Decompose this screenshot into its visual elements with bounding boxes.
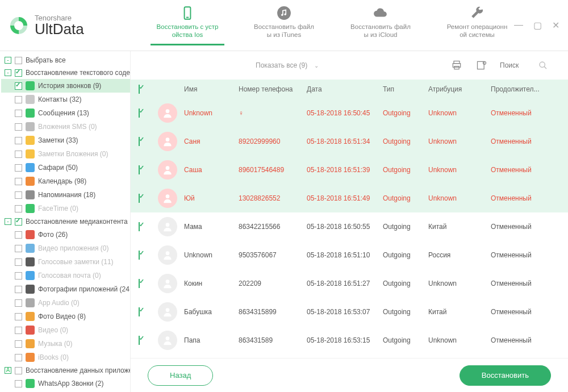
close-icon[interactable]: ✕ <box>552 20 559 31</box>
row-checkbox[interactable] <box>139 307 140 316</box>
row-checkbox[interactable] <box>139 222 140 231</box>
col-date[interactable]: Дата <box>307 85 383 93</box>
table-row[interactable]: Unknown♀05-18-2018 16:50:45OutgoingUnkno… <box>131 99 568 127</box>
checkbox[interactable] <box>15 123 22 131</box>
checkbox[interactable] <box>15 191 22 199</box>
print-icon[interactable] <box>450 59 463 72</box>
checkbox[interactable] <box>15 354 22 361</box>
row-checkbox[interactable] <box>139 251 140 260</box>
checkbox[interactable] <box>15 380 22 387</box>
sidebar-item: Голосовая почта (0) <box>1 269 130 282</box>
nav-tab-0[interactable]: Восстановить с устройства Ios <box>151 5 224 45</box>
sidebar-item[interactable]: AВосстановление данных приложений <box>1 364 130 377</box>
sidebar[interactable]: - Выбрать все -Восстановление текстового… <box>0 51 131 392</box>
select-all-checkbox[interactable] <box>15 57 22 64</box>
row-checkbox[interactable] <box>139 109 140 118</box>
checkbox[interactable] <box>15 272 22 280</box>
nav-tab-1[interactable]: Восстановить файлы из iTunes <box>247 5 321 45</box>
checkbox[interactable] <box>15 340 22 348</box>
row-checkbox[interactable] <box>139 194 140 203</box>
checkbox[interactable] <box>15 205 22 212</box>
sidebar-label: Видео (0) <box>38 326 68 334</box>
expand-icon[interactable]: A <box>5 367 11 374</box>
category-icon <box>26 379 35 388</box>
checkbox[interactable] <box>15 110 22 117</box>
sidebar-item[interactable]: Сообщения (13) <box>1 106 130 120</box>
sidebar-item: Заметки Вложения (0) <box>1 147 130 161</box>
checkbox[interactable] <box>15 151 22 158</box>
sidebar-item[interactable]: Контакты (32) <box>1 93 130 106</box>
table-row[interactable]: Саня8920299996005-18-2018 16:51:34Outgoi… <box>131 127 568 156</box>
checkbox[interactable] <box>15 286 22 293</box>
sidebar-item[interactable]: Напоминания (18) <box>1 188 130 202</box>
minimize-icon[interactable]: — <box>514 20 523 31</box>
sidebar-item[interactable]: -Восстановление медиаконтента <box>1 215 130 228</box>
col-phone[interactable]: Номер телефона <box>239 85 307 93</box>
col-type[interactable]: Тип <box>383 85 428 93</box>
checkbox[interactable] <box>15 258 22 266</box>
row-checkbox[interactable] <box>139 137 140 146</box>
checkbox[interactable] <box>15 245 22 252</box>
table-row[interactable]: Кокин20220905-18-2018 16:51:27OutgoingUn… <box>131 269 568 298</box>
category-icon <box>26 244 35 253</box>
checkbox[interactable] <box>15 82 22 90</box>
search-box[interactable] <box>500 61 557 70</box>
search-icon <box>538 61 548 70</box>
search-input[interactable] <box>500 61 534 69</box>
table-row[interactable]: Бабушка863431589905-18-2018 16:53:07Outg… <box>131 298 568 326</box>
expand-icon[interactable]: - <box>5 69 11 76</box>
nav-tab-2[interactable]: Восстановить файлы из iCloud <box>344 5 417 45</box>
checkbox[interactable] <box>15 231 22 239</box>
sidebar-item[interactable]: Сафари (50) <box>1 161 130 174</box>
checkbox[interactable] <box>15 96 22 103</box>
cell-dur: Отмененный <box>491 336 568 344</box>
phone-icon <box>179 5 195 21</box>
settings-icon[interactable] <box>475 59 488 72</box>
table-row[interactable]: Мама8634221556605-18-2018 16:50:55Outgoi… <box>131 212 568 241</box>
checkbox[interactable] <box>15 178 22 185</box>
sidebar-item[interactable]: -Восстановление текстового содержи <box>1 66 130 79</box>
checkbox[interactable] <box>15 327 22 334</box>
cell-phone: 86342215566 <box>239 223 307 231</box>
row-checkbox[interactable] <box>139 165 140 174</box>
expand-icon[interactable]: - <box>5 218 11 225</box>
table-header: Имя Номер телефона Дата Тип Атрибуция Пр… <box>131 80 568 99</box>
back-button[interactable]: Назад <box>148 365 213 386</box>
row-checkbox[interactable] <box>139 336 140 345</box>
checkbox[interactable] <box>15 164 22 172</box>
checkbox[interactable] <box>15 313 22 320</box>
filter-dropdown[interactable]: Показать все (9) ⌄ <box>256 61 319 69</box>
nav-tab-3[interactable]: Ремонт операционной системы <box>440 5 514 45</box>
checkbox[interactable] <box>15 218 22 226</box>
sidebar-item[interactable]: Заметки (33) <box>1 134 130 147</box>
table-row[interactable]: Папа86343158905-18-2018 16:53:15Outgoing… <box>131 326 568 355</box>
cell-dur: Отмененный <box>491 280 568 287</box>
col-name[interactable]: Имя <box>184 85 239 93</box>
col-dur[interactable]: Продолжител... <box>491 85 568 93</box>
checkbox[interactable] <box>15 69 22 77</box>
cloud-icon <box>373 5 389 21</box>
sidebar-item[interactable]: Фото Видео (8) <box>1 310 130 323</box>
sidebar-item[interactable]: WhatsApp Звонки (2) <box>1 377 130 390</box>
tab-label: Ремонт операционной системы <box>447 23 508 39</box>
sidebar-item[interactable]: Календарь (98) <box>1 174 130 188</box>
checkbox[interactable] <box>15 367 22 374</box>
sidebar-item[interactable]: Фотографии приложений (24 <box>1 282 130 296</box>
sidebar-label: Заметки Вложения (0) <box>38 150 108 158</box>
select-all-item[interactable]: - Выбрать все <box>1 54 130 66</box>
category-icon <box>26 230 35 239</box>
header-checkbox[interactable] <box>139 85 140 94</box>
table-row[interactable]: Юй1302882655205-18-2018 16:51:49Outgoing… <box>131 184 568 212</box>
table-row[interactable]: Unknown950357606705-18-2018 16:51:10Outg… <box>131 241 568 269</box>
table-row[interactable]: Саша89601754648905-18-2018 16:51:39Outgo… <box>131 156 568 184</box>
col-attr[interactable]: Атрибуция <box>428 85 491 93</box>
restore-button[interactable]: Восстановить <box>460 365 551 386</box>
category-icon <box>26 326 35 335</box>
expand-icon[interactable]: - <box>5 57 11 64</box>
checkbox[interactable] <box>15 137 22 144</box>
sidebar-item[interactable]: История звонков (9) <box>1 79 130 93</box>
maximize-icon[interactable]: ▢ <box>533 20 542 31</box>
sidebar-item[interactable]: Фото (26) <box>1 228 130 241</box>
row-checkbox[interactable] <box>139 279 140 288</box>
checkbox[interactable] <box>15 299 22 307</box>
